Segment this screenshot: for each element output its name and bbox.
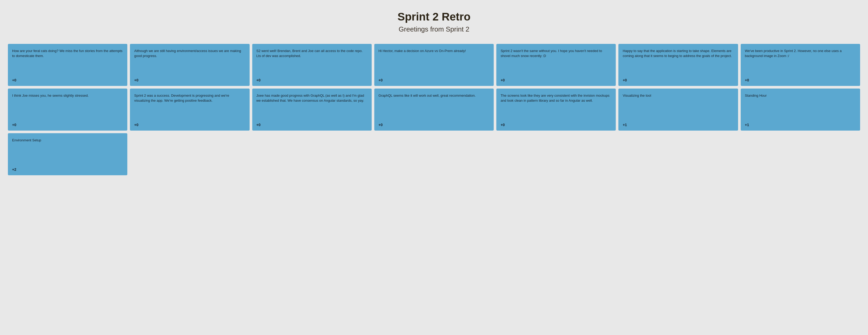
card-score: +0 [12,78,123,82]
card-score: +2 [12,167,123,172]
card-score: +0 [256,78,368,82]
card-text: S2 went well! Brendan, Brent and Joe can… [256,48,368,73]
retro-card[interactable]: Visualizing the tool+1 [618,89,738,131]
card-text: I think Joe misses you, he seems slightl… [12,93,123,118]
card-text: Standing Hour [745,93,856,118]
page-title: Sprint 2 Retro [8,10,860,23]
card-score: +0 [500,78,612,82]
retro-card[interactable]: I think Joe misses you, he seems slightl… [8,89,127,131]
retro-card[interactable]: The screens look like they are very cons… [496,89,616,131]
card-text: Visualizing the tool [623,93,734,118]
retro-card[interactable]: How are your feral cats doing? We miss t… [8,44,127,86]
card-score: +1 [745,123,856,127]
page-subtitle: Greetings from Sprint 2 [8,25,860,33]
card-score: +0 [623,78,734,82]
retro-card[interactable]: Hi Hector, make a decision on Azure vs O… [374,44,494,86]
retro-card[interactable]: Happy to say that the application is sta… [618,44,738,86]
retro-card[interactable]: Environment Setup+2 [8,133,127,175]
card-score: +0 [500,123,612,127]
card-score: +1 [623,123,734,127]
card-text: How are your feral cats doing? We miss t… [12,48,123,73]
card-text: Sprint 2 wasn't the same without you. I … [500,48,612,73]
retro-card[interactable]: GraphQL seems like it will work out well… [374,89,494,131]
card-text: GraphQL seems like it will work out well… [378,93,490,118]
retro-card[interactable]: Although we are still having environment… [130,44,249,86]
card-text: We've been productive in Sprint 2. Howev… [745,48,856,73]
retro-card[interactable]: Standing Hour+1 [741,89,860,131]
card-text: The screens look like they are very cons… [500,93,612,118]
retro-card[interactable]: Joee has made good progress with GraphQL… [252,89,372,131]
card-text: Happy to say that the application is sta… [623,48,734,73]
card-row-0: How are your feral cats doing? We miss t… [8,44,860,86]
card-text: Joee has made good progress with GraphQL… [256,93,368,118]
cards-container: How are your feral cats doing? We miss t… [8,44,860,175]
card-row-1: I think Joe misses you, he seems slightl… [8,89,860,131]
card-score: +0 [256,123,368,127]
card-text: Sprint 2 was a success. Development is p… [134,93,245,118]
retro-card[interactable]: We've been productive in Sprint 2. Howev… [741,44,860,86]
card-text: Although we are still having environment… [134,48,245,73]
page-header: Sprint 2 Retro Greetings from Sprint 2 [8,10,860,33]
retro-card[interactable]: Sprint 2 wasn't the same without you. I … [496,44,616,86]
card-score: +0 [745,78,856,82]
retro-card[interactable]: Sprint 2 was a success. Development is p… [130,89,249,131]
card-row-2: Environment Setup+2 [8,133,860,175]
card-text: Hi Hector, make a decision on Azure vs O… [378,48,490,73]
card-score: +0 [134,123,245,127]
card-score: +0 [12,123,123,127]
card-score: +0 [378,123,490,127]
card-score: +0 [134,78,245,82]
card-text: Environment Setup [12,138,123,162]
retro-card[interactable]: S2 went well! Brendan, Brent and Joe can… [252,44,372,86]
card-score: +0 [378,78,490,82]
